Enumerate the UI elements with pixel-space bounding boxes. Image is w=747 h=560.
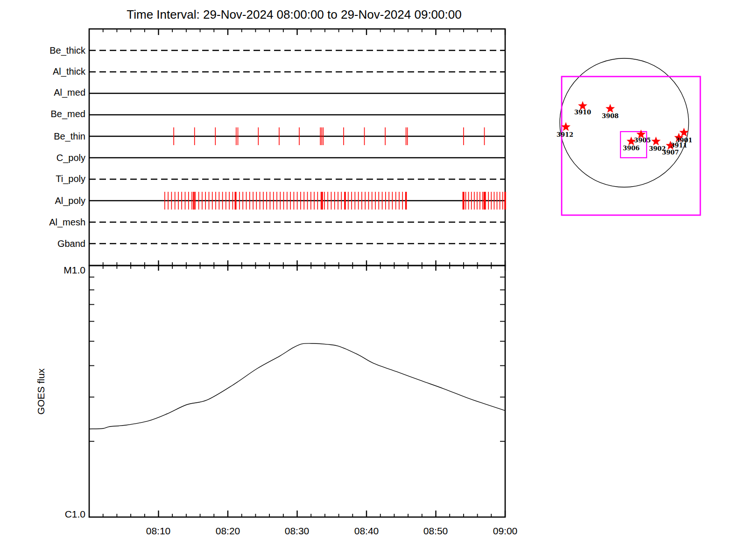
filter-label-c-poly: C_poly <box>1 153 85 163</box>
active-region-star-3912 <box>561 122 571 131</box>
filter-label-be-thick: Be_thick <box>1 45 85 56</box>
filter-panel-border <box>89 29 505 266</box>
solar-disk <box>560 58 689 187</box>
filter-label-be-thin: Be_thin <box>1 131 85 141</box>
filter-label-al-med: Al_med <box>1 87 85 98</box>
x-tick-label-0900: 09:00 <box>484 525 526 536</box>
active-region-label-3905: 3905 <box>634 137 651 144</box>
active-region-star-3908 <box>606 104 615 113</box>
filter-label-be-med: Be_med <box>1 109 85 119</box>
y-axis-title-goes-flux: GOES flux <box>35 345 47 438</box>
x-tick-label-0820: 08:20 <box>207 525 249 536</box>
filter-label-gband: Gband <box>1 238 85 249</box>
plot-canvas: 391039083912390539063902390739113901 <box>0 0 747 560</box>
active-region-label-3907: 3907 <box>662 149 679 156</box>
y-axis-label-c1: C1.0 <box>1 509 85 519</box>
active-region-star-3902 <box>651 137 661 146</box>
active-region-label-3906: 3906 <box>623 145 640 152</box>
y-axis-label-m1: M1.0 <box>1 265 85 275</box>
x-tick-label-0850: 08:50 <box>415 525 457 536</box>
x-tick-label-0840: 08:40 <box>345 525 388 536</box>
xrt-goes-timeline-figure: 391039083912390539063902390739113901 Tim… <box>0 0 747 560</box>
filter-label-ti-poly: Ti_poly <box>1 174 85 184</box>
filter-label-al-poly: Al_poly <box>1 196 85 206</box>
active-region-label-3910: 3910 <box>574 109 591 116</box>
filter-label-al-thick: Al_thick <box>1 66 85 77</box>
active-region-label-3901: 3901 <box>676 137 692 144</box>
active-region-label-3912: 3912 <box>557 131 573 138</box>
goes-flux-curve <box>89 343 505 429</box>
x-tick-label-0810: 08:10 <box>137 525 179 536</box>
plot-title: Time Interval: 29-Nov-2024 08:00:00 to 2… <box>61 7 528 22</box>
goes-panel-border <box>89 266 505 517</box>
x-tick-label-0830: 08:30 <box>276 525 318 536</box>
filter-label-al-mesh: Al_mesh <box>1 217 85 227</box>
active-region-label-3908: 3908 <box>602 112 619 119</box>
